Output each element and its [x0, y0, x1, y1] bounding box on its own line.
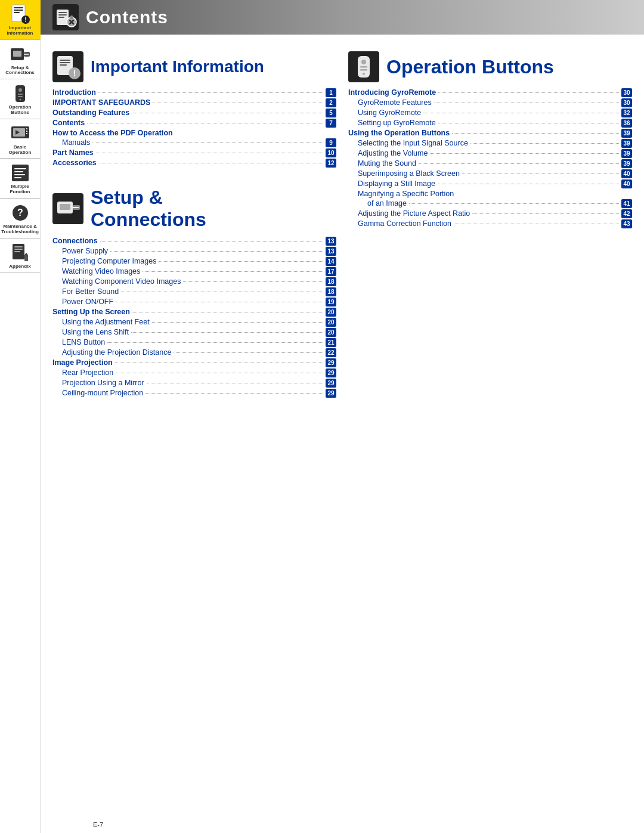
basic-operation-icon	[8, 122, 32, 145]
sidebar-tab-maintenance-troubleshooting[interactable]: ? Maintenance &Troubleshooting	[0, 199, 41, 239]
toc-item-gamma-correction[interactable]: Gamma Correction Function 43	[348, 219, 632, 228]
toc-num-ceiling-mount: 29	[326, 389, 336, 398]
svg-rect-54	[360, 66, 367, 68]
toc-item-watching-component[interactable]: Watching Component Video Images 18	[52, 277, 336, 286]
toc-num-still-image: 40	[621, 179, 632, 188]
toc-item-using-operation-buttons[interactable]: Using the Operation Buttons 39	[348, 129, 632, 138]
important-information-icon: !	[8, 3, 32, 26]
sidebar-tab-operation-buttons-label: OperationButtons	[9, 105, 32, 116]
toc-item-setting-up-screen[interactable]: Setting Up the Screen 20	[52, 308, 336, 317]
svg-rect-12	[18, 94, 23, 95]
right-column: Operation Buttons Introducing GyroRemote…	[348, 47, 632, 816]
important-information-section-icon: !	[52, 51, 83, 82]
toc-item-adjusting-volume[interactable]: Adjusting the Volume 39	[348, 149, 632, 158]
toc-item-image-projection[interactable]: Image Projection 29	[52, 358, 336, 367]
svg-text:!: !	[73, 69, 76, 78]
toc-item-power-onoff[interactable]: Power ON/OFF 19	[52, 298, 336, 306]
toc-item-accessories[interactable]: Accessories 12	[52, 159, 336, 168]
toc-item-projecting-computer[interactable]: Projecting Computer Images 14	[52, 257, 336, 266]
sidebar-tab-setup-connections-label: Setup &Connections	[5, 66, 34, 76]
svg-rect-29	[14, 246, 23, 247]
toc-item-watching-video[interactable]: Watching Video Images 17	[52, 267, 336, 276]
toc-item-magnifying-cont[interactable]: of an Image 41	[348, 199, 632, 208]
toc-item-adjustment-feet[interactable]: Using the Adjustment Feet 20	[52, 318, 336, 327]
toc-num-using-gyroremote: 32	[621, 109, 632, 117]
toc-item-using-gyroremote[interactable]: Using GyroRemote 32	[348, 109, 632, 117]
toc-item-magnifying[interactable]: Magnifying a Specific Portion	[348, 190, 632, 198]
toc-item-muting-sound[interactable]: Muting the Sound 39	[348, 159, 632, 168]
sidebar-tab-appendix[interactable]: Appendix	[0, 239, 41, 273]
toc-dots-using-gyroremote	[423, 113, 619, 113]
toc-dots-ceiling-mount	[145, 393, 323, 394]
svg-rect-7	[13, 51, 21, 57]
toc-num-setting-up-screen: 20	[326, 308, 336, 317]
sidebar-tab-multiple-function[interactable]: MultipleFunction	[0, 159, 41, 199]
toc-item-outstanding-features[interactable]: Outstanding Features 5	[52, 109, 336, 117]
setup-connections-icon	[8, 43, 32, 66]
toc-num-projection-distance: 22	[326, 348, 336, 357]
svg-rect-49	[60, 204, 70, 210]
toc-item-projection-distance[interactable]: Adjusting the Projection Distance 22	[52, 348, 336, 357]
toc-text-aspect-ratio: Adjusting the Picture Aspect Ratio	[358, 209, 470, 218]
setup-connections-section-icon	[52, 193, 83, 224]
toc-item-aspect-ratio[interactable]: Adjusting the Picture Aspect Ratio 42	[348, 209, 632, 218]
toc-item-setting-up-gyroremote[interactable]: Setting up GyroRemote 36	[348, 119, 632, 128]
operation-buttons-title: Operation Buttons	[386, 56, 554, 78]
toc-num-connections: 13	[326, 237, 336, 246]
toc-num-safeguards: 2	[326, 98, 336, 107]
toc-dots-aspect-ratio	[472, 213, 619, 214]
multiple-function-icon	[8, 162, 32, 184]
toc-dots-rear-projection	[116, 373, 323, 373]
toc-item-contents[interactable]: Contents 7	[52, 119, 336, 128]
toc-dots-watching-component	[183, 281, 323, 282]
toc-item-ceiling-mount[interactable]: Ceiling-mount Projection 29	[52, 389, 336, 398]
toc-item-part-names[interactable]: Part Names 10	[52, 148, 336, 157]
toc-num-power-supply: 13	[326, 247, 336, 256]
svg-rect-2	[14, 10, 23, 11]
toc-dots-for-better-sound	[121, 292, 323, 292]
toc-dots-introduction	[98, 92, 323, 93]
page-number: E-7	[93, 821, 103, 828]
toc-item-black-screen[interactable]: Superimposing a Black Screen 40	[348, 169, 632, 178]
toc-item-connections[interactable]: Connections 13	[52, 237, 336, 246]
toc-num-accessories: 12	[326, 159, 336, 168]
toc-text-gyroremote-features: GyroRemote Features	[358, 98, 432, 107]
toc-dots-setting-up-gyroremote	[438, 123, 619, 123]
toc-item-lens-shift[interactable]: Using the Lens Shift 20	[52, 328, 336, 337]
toc-item-safeguards[interactable]: IMPORTANT SAFEGUARDS 2	[52, 98, 336, 107]
toc-dots-muting-sound	[419, 163, 619, 164]
toc-item-rear-projection[interactable]: Rear Projection 29	[52, 368, 336, 377]
svg-marker-32	[24, 255, 28, 261]
toc-item-still-image[interactable]: Displaying a Still Image 40	[348, 179, 632, 188]
setup-connections-section-header: Setup &Connections	[52, 187, 336, 231]
sidebar-tab-basic-operation[interactable]: BasicOperation	[0, 119, 41, 159]
toc-item-lens-button[interactable]: LENS Button 21	[52, 338, 336, 347]
toc-dots-manuals	[92, 143, 323, 143]
toc-text-projecting-computer: Projecting Computer Images	[62, 257, 156, 265]
toc-item-manuals[interactable]: Manuals 9	[52, 138, 336, 147]
toc-item-for-better-sound[interactable]: For Better Sound 18	[52, 287, 336, 296]
toc-item-gyroremote-features[interactable]: GyroRemote Features 30	[348, 98, 632, 107]
svg-rect-19	[26, 131, 27, 132]
toc-item-introducing-gyroremote[interactable]: Introducing GyroRemote 30	[348, 88, 632, 97]
sidebar-tab-operation-buttons[interactable]: OperationButtons	[0, 79, 41, 119]
toc-text-rear-projection: Rear Projection	[62, 368, 113, 377]
toc-item-projection-mirror[interactable]: Projection Using a Mirror 29	[52, 379, 336, 388]
toc-item-power-supply[interactable]: Power Supply 13	[52, 247, 336, 256]
toc-dots-introducing-gyroremote	[438, 92, 619, 93]
toc-item-introduction[interactable]: Introduction 1	[52, 88, 336, 97]
toc-text-magnifying-cont: of an Image	[367, 199, 407, 208]
svg-rect-25	[14, 177, 21, 178]
toc-text-contents: Contents	[52, 119, 85, 127]
svg-point-41	[70, 16, 73, 19]
toc-num-introducing-gyroremote: 30	[621, 88, 632, 97]
header-bar: Contents	[41, 0, 644, 35]
svg-point-14	[19, 99, 21, 101]
sidebar: ! Important Information Setup &Connectio…	[0, 0, 41, 833]
toc-num-power-onoff: 19	[326, 298, 336, 306]
toc-item-input-signal[interactable]: Selecting the Input Signal Source 39	[348, 139, 632, 148]
toc-dots-part-names	[96, 153, 323, 153]
setup-connections-toc: Connections 13 Power Supply 13 Projectin…	[52, 237, 336, 398]
sidebar-tab-setup-connections[interactable]: Setup &Connections	[0, 40, 41, 80]
sidebar-tab-important-information[interactable]: ! Important Information	[0, 0, 41, 40]
